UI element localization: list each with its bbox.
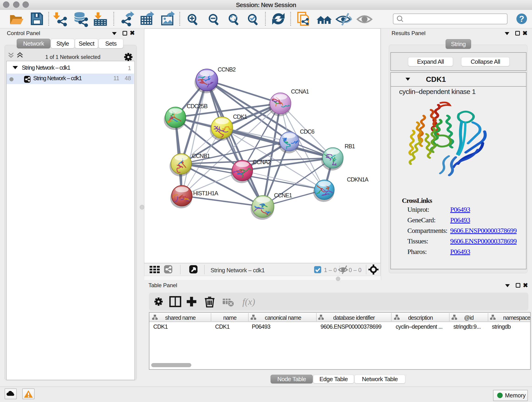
svg-text:name: name xyxy=(223,314,236,321)
svg-text:CDKN1A: CDKN1A xyxy=(347,176,369,183)
svg-text:stringdb:9...: stringdb:9... xyxy=(453,323,481,330)
svg-text:stringdb: stringdb xyxy=(492,323,511,330)
svg-text:1 – 0: 1 – 0 xyxy=(324,267,337,273)
svg-text:CCNA1: CCNA1 xyxy=(291,88,309,95)
svg-text:9606.ENSP00000378699: 9606.ENSP00000378699 xyxy=(321,323,381,330)
svg-text:CCNB1: CCNB1 xyxy=(192,153,210,159)
svg-text:CDK1: CDK1 xyxy=(153,323,168,330)
svg-text:CCNE1: CCNE1 xyxy=(274,192,292,198)
svg-text:cyclin–dependent ...: cyclin–dependent ... xyxy=(396,323,443,330)
svg-text:48: 48 xyxy=(125,75,131,81)
svg-text:String Network – cdk1: String Network – cdk1 xyxy=(33,75,82,81)
svg-text:1 of 1 Network selected: 1 of 1 Network selected xyxy=(45,54,100,60)
svg-text:P06493: P06493 xyxy=(252,323,270,330)
svg-text:@id: @id xyxy=(464,314,474,321)
svg-text:1: 1 xyxy=(128,65,131,71)
svg-text:f(x): f(x) xyxy=(242,297,255,307)
svg-text:String Network – cdk1: String Network – cdk1 xyxy=(22,64,70,71)
svg-text:namespace: namespace xyxy=(503,314,530,321)
svg-text:CDC6: CDC6 xyxy=(300,128,314,135)
svg-text:?: ? xyxy=(519,14,524,24)
svg-text:database identifier: database identifier xyxy=(333,314,375,321)
svg-text:CDC25B: CDC25B xyxy=(187,103,208,109)
svg-text:canonical name: canonical name xyxy=(265,314,301,321)
svg-text:RB1: RB1 xyxy=(345,143,355,149)
svg-text:0 – 0: 0 – 0 xyxy=(349,267,361,273)
svg-text:CDK1: CDK1 xyxy=(233,114,247,120)
svg-text:CCNB2: CCNB2 xyxy=(218,66,235,73)
svg-text:Memory: Memory xyxy=(505,392,526,399)
svg-text:CDK1: CDK1 xyxy=(215,323,230,330)
svg-text:String Network – cdk1: String Network – cdk1 xyxy=(210,267,265,274)
svg-text:description: description xyxy=(408,314,433,321)
svg-text:11: 11 xyxy=(114,75,119,81)
svg-text:shared name: shared name xyxy=(165,314,196,321)
svg-text:HIST1H1A: HIST1H1A xyxy=(193,190,218,196)
svg-text:CCNA2: CCNA2 xyxy=(253,159,271,165)
